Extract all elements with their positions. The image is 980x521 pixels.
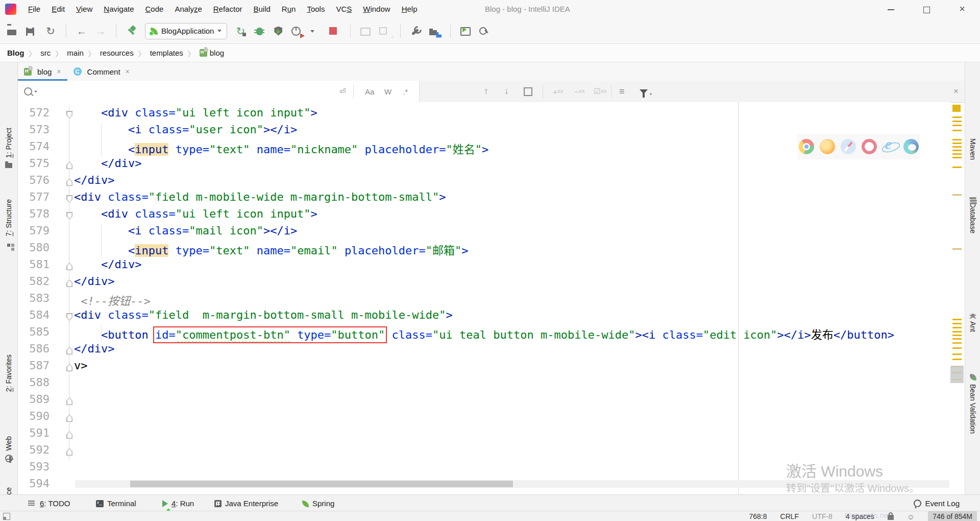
fold-marker[interactable]	[66, 364, 72, 371]
breadcrumb-item-Blog[interactable]: Blog	[7, 49, 24, 57]
tool-window-button-java-enterprise[interactable]: Java Enterprise	[214, 495, 278, 511]
stripe-mark[interactable]	[952, 347, 962, 349]
fold-marker[interactable]	[66, 279, 72, 287]
close-tab-icon[interactable]: ×	[57, 67, 61, 76]
stripe-mark[interactable]	[952, 150, 962, 151]
filter-icon[interactable]	[640, 81, 653, 102]
toolbar-forward-button[interactable]: →	[95, 26, 106, 37]
stripe-mark[interactable]	[952, 153, 962, 155]
stripe-mark[interactable]	[952, 248, 962, 250]
event-log-button[interactable]: Event Log	[914, 495, 960, 511]
stripe-mark[interactable]	[952, 327, 962, 328]
add-selection-icon[interactable]: +XX	[553, 81, 564, 102]
fold-marker[interactable]	[66, 448, 72, 456]
toolbar-back-button[interactable]: ←	[76, 26, 87, 37]
stripe-mark[interactable]	[952, 116, 962, 118]
run-configuration-select[interactable]: BlogApplication	[145, 23, 227, 39]
tool-window-button-spring[interactable]: Spring	[302, 495, 334, 511]
menu-item-analyze[interactable]: Analyze	[169, 0, 207, 18]
tool-window-button-1-project[interactable]: 1: Project	[0, 128, 17, 190]
tool-window-button-ant[interactable]: Ant	[965, 312, 980, 357]
remove-selection-icon[interactable]: −XX	[574, 81, 585, 102]
menu-item-help[interactable]: Help	[396, 0, 423, 18]
close-button[interactable]: ×	[944, 0, 980, 18]
stripe-mark[interactable]	[952, 157, 962, 158]
menu-item-vcs[interactable]: VCS	[330, 0, 357, 18]
close-tab-icon[interactable]: ×	[126, 67, 130, 76]
close-find-bar-icon[interactable]: ×	[953, 81, 959, 102]
tool-window-button-terminal[interactable]: Terminal	[96, 495, 136, 511]
menu-item-run[interactable]: Run	[276, 0, 302, 18]
regex-button[interactable]: .*	[403, 81, 408, 102]
toolbar-debug-button[interactable]	[254, 26, 265, 37]
newline-toggle-icon[interactable]: ⏎	[339, 81, 346, 102]
fold-marker[interactable]	[66, 263, 72, 270]
next-occurrence-icon[interactable]: ↓	[504, 81, 509, 102]
tool-window-button-4-run[interactable]: 4: Run	[162, 495, 194, 511]
menu-item-file[interactable]: File	[22, 0, 46, 18]
select-all-occurrences-icon[interactable]	[524, 81, 532, 102]
menu-item-tools[interactable]: Tools	[301, 0, 330, 18]
toolbar-stop-button[interactable]	[329, 26, 340, 37]
tool-window-button-database[interactable]: Database	[965, 196, 980, 270]
stripe-mark[interactable]	[952, 194, 962, 196]
previous-occurrence-icon[interactable]: ↑	[484, 81, 488, 102]
search-options-icon[interactable]: ≡	[619, 81, 625, 102]
toolbar-search-everywhere-button[interactable]	[479, 26, 491, 37]
fold-marker[interactable]	[66, 431, 72, 439]
stripe-mark[interactable]	[952, 130, 962, 131]
toolbar-run-window-button[interactable]	[460, 26, 472, 37]
tab-Comment[interactable]: CComment×	[67, 62, 136, 81]
tool-window-button-2-favorites[interactable]: 2: Favorites	[0, 354, 17, 426]
stripe-mark[interactable]	[952, 125, 962, 126]
stripe-mark[interactable]	[952, 338, 962, 340]
tool-window-button-7-structure[interactable]: 7: Structure	[0, 199, 17, 273]
vertical-scrollbar-thumb[interactable]	[950, 366, 964, 383]
toolbar-build-hammer-button[interactable]	[126, 26, 137, 37]
caret-position[interactable]: 768:8	[749, 512, 767, 520]
maximize-button[interactable]	[909, 0, 944, 18]
stripe-mark[interactable]	[952, 105, 961, 112]
memory-indicator[interactable]: 746 of 854M	[928, 511, 977, 521]
breadcrumb-item-src[interactable]: src	[40, 49, 51, 57]
stripe-mark[interactable]	[952, 167, 962, 168]
stripe-mark[interactable]	[952, 353, 962, 355]
search-input[interactable]	[18, 81, 357, 102]
breadcrumb-item-templates[interactable]: templates	[150, 49, 183, 57]
toolbar-rerun-button[interactable]	[235, 26, 246, 37]
file-encoding[interactable]: UTF-8	[812, 512, 832, 520]
check-selection-icon[interactable]: ☑XX	[594, 81, 606, 102]
menu-item-build[interactable]: Build	[248, 0, 276, 18]
horizontal-scrollbar-thumb[interactable]	[130, 481, 513, 487]
menu-item-code[interactable]: Code	[140, 0, 169, 18]
match-case-button[interactable]: Aa	[365, 81, 374, 102]
stripe-mark[interactable]	[952, 359, 962, 360]
stripe-mark[interactable]	[952, 319, 962, 320]
fold-marker[interactable]	[66, 111, 72, 119]
stripe-mark[interactable]	[952, 323, 962, 324]
tool-window-button-bean-validation[interactable]: Bean Validation	[965, 373, 980, 483]
stripe-mark[interactable]	[952, 121, 962, 122]
stripe-mark[interactable]	[952, 335, 962, 336]
minimize-button[interactable]	[873, 0, 909, 18]
fold-marker[interactable]	[66, 195, 72, 203]
toolbar-save-button[interactable]	[26, 26, 37, 37]
stripe-mark[interactable]	[952, 139, 962, 140]
tool-window-toggle-icon[interactable]	[3, 513, 10, 520]
tool-window-button-6-todo[interactable]: 6: TODO	[28, 495, 70, 511]
fold-marker[interactable]	[66, 212, 72, 220]
code-editor[interactable]: 572 <div class="ui left icon input">573 …	[18, 102, 950, 494]
tool-window-button-web[interactable]: Web	[0, 436, 17, 478]
tab-blog[interactable]: blog×	[18, 62, 67, 81]
toolbar-settings-wrench-button[interactable]	[410, 26, 422, 37]
stripe-mark[interactable]	[952, 331, 962, 333]
stripe-mark[interactable]	[952, 146, 962, 148]
words-button[interactable]: W	[384, 81, 391, 102]
menu-item-refactor[interactable]: Refactor	[208, 0, 248, 18]
breadcrumb-item-resources[interactable]: resources	[100, 49, 134, 57]
menu-item-edit[interactable]: Edit	[46, 0, 70, 18]
fold-marker[interactable]	[66, 178, 72, 186]
breadcrumb-item-main[interactable]: main	[67, 49, 84, 57]
line-ending[interactable]: CRLF	[780, 512, 799, 520]
fold-marker[interactable]	[66, 414, 72, 422]
